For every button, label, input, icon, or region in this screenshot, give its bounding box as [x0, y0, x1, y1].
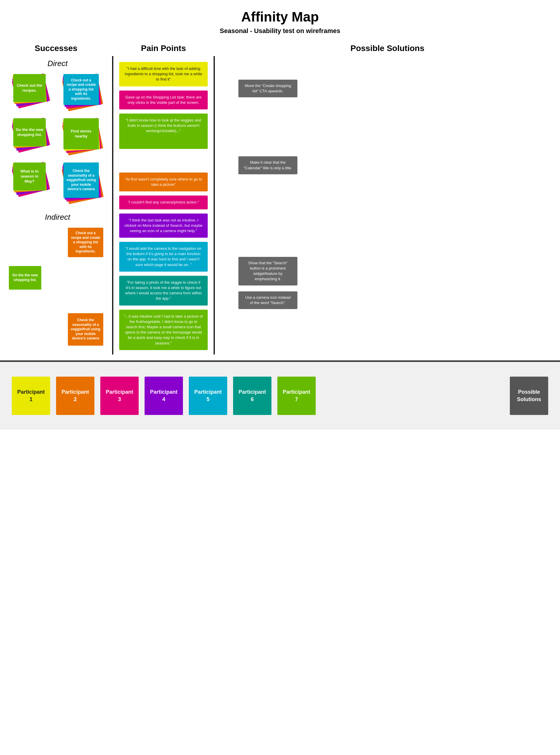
indirect-label: Indirect: [6, 212, 109, 222]
legend-box-6: Participant6: [233, 376, 272, 415]
solutions-column: Move the "Create shopping list" CTA upwa…: [215, 56, 560, 354]
direct-row-3: What is in season in May? Check the seas…: [6, 163, 109, 201]
pain-note-1: "I had a difficult time with the task of…: [119, 62, 208, 86]
solution-2: Make it clear that the "Calendar" title …: [238, 156, 297, 174]
note-shopping-list-direct: Go the the new shopping list.: [13, 118, 46, 146]
col-header-painpoints: Pain Points: [113, 44, 214, 53]
legend-section: Participant1 Participant2 Participant3 P…: [0, 362, 560, 430]
indirect-row-2: Go the the new shopping list.: [6, 266, 109, 290]
note-stack-season: What is in season in May?: [13, 163, 49, 193]
note-find-stores: Find stores nearby: [63, 118, 99, 149]
pain-note-4: "At first wasn't completely sure where t…: [119, 172, 208, 191]
pain-note-5: "I couldn't find any camera/photos actio…: [119, 196, 208, 209]
legend-box-7: Participant7: [277, 376, 316, 415]
note-indirect-shopping: Go the the new shopping list.: [9, 266, 41, 290]
page-container: Affinity Map Seasonal - Usability test o…: [0, 0, 560, 755]
successes-column: Direct Check out the recipes. Check o: [0, 56, 112, 354]
legend-item-2: Participant2: [56, 376, 95, 415]
legend-box-3: Participant3: [100, 376, 139, 415]
pain-note-9: "...it was intuitive until I had to take…: [119, 310, 208, 350]
note-indirect-camera: Check the seasonality of a veggie/fruit …: [68, 313, 103, 346]
legend-item-solutions: PossibleSolutions: [510, 376, 548, 415]
pain-note-6: "I think the last task was not as intuit…: [119, 213, 208, 238]
main-layout: Direct Check out the recipes. Check o: [0, 56, 560, 354]
page-header: Affinity Map Seasonal - Usability test o…: [0, 0, 560, 38]
direct-row-2: Go the the new shopping list. Find store…: [6, 118, 109, 152]
note-stack-recipes: Check out the recipes.: [13, 74, 49, 105]
pain-note-7: "I would add the camera to the navigatio…: [119, 242, 208, 272]
legend-box-solutions: PossibleSolutions: [510, 376, 548, 415]
pain-note-2: Gave up on the Shopping List task: there…: [119, 90, 208, 109]
direct-row-1: Check out the recipes. Check out a recip…: [6, 74, 109, 108]
legend-item-1: Participant1: [12, 376, 50, 415]
page-title: Affinity Map: [0, 9, 560, 25]
page-subtitle: Seasonal - Usability test on wireframes: [0, 27, 560, 35]
note-stack-shopping: Go the the new shopping list.: [13, 118, 49, 149]
note-season-may: What is in season in May?: [13, 163, 46, 190]
legend-box-4: Participant4: [144, 376, 183, 415]
pain-note-3: "I didn't know how to look at the veggie…: [119, 114, 208, 149]
direct-label: Direct: [6, 59, 109, 68]
legend-item-7: Participant7: [277, 376, 316, 415]
legend-box-2: Participant2: [56, 376, 95, 415]
pain-points-column: "I had a difficult time with the task of…: [113, 56, 214, 354]
legend-box-1: Participant1: [12, 376, 50, 415]
note-stack-recipe-list: Check out a recipe and create a shopping…: [63, 74, 102, 108]
legend-item-3: Participant3: [100, 376, 139, 415]
note-stack-stores: Find stores nearby: [63, 118, 102, 152]
note-recipe-shopping-list: Check out a recipe and create a shopping…: [63, 74, 99, 105]
note-stack-camera-season: Check the seasonality of a veggie/fruit …: [63, 163, 102, 201]
solution-3: Show that the "Search" button is a promi…: [238, 257, 297, 285]
indirect-row-3: Check the seasonality of a veggie/fruit …: [6, 313, 109, 346]
column-headers: Successes Pain Points Possible Solutions: [0, 38, 560, 56]
solution-1: Move the "Create shopping list" CTA upwa…: [238, 80, 297, 97]
pain-note-8: "For taking a photo of the veggie to che…: [119, 276, 208, 306]
note-check-recipes: Check out the recipes.: [13, 74, 46, 102]
note-camera-season-direct: Check the seasonality of a veggie/fruit …: [63, 163, 99, 198]
note-indirect-recipe: Check out a recipe and create a shopping…: [68, 228, 103, 257]
solution-4: Use a camera icon instead of the word "S…: [238, 291, 297, 309]
col-header-successes: Successes: [0, 44, 112, 53]
legend-box-5: Participant5: [189, 376, 227, 415]
legend-item-6: Participant6: [233, 376, 272, 415]
legend-item-4: Participant4: [144, 376, 183, 415]
legend-item-5: Participant5: [189, 376, 227, 415]
col-header-solutions: Possible Solutions: [215, 44, 560, 53]
indirect-section: Indirect Check out a recipe and create a…: [6, 212, 109, 346]
indirect-row-1: Check out a recipe and create a shopping…: [6, 228, 109, 257]
